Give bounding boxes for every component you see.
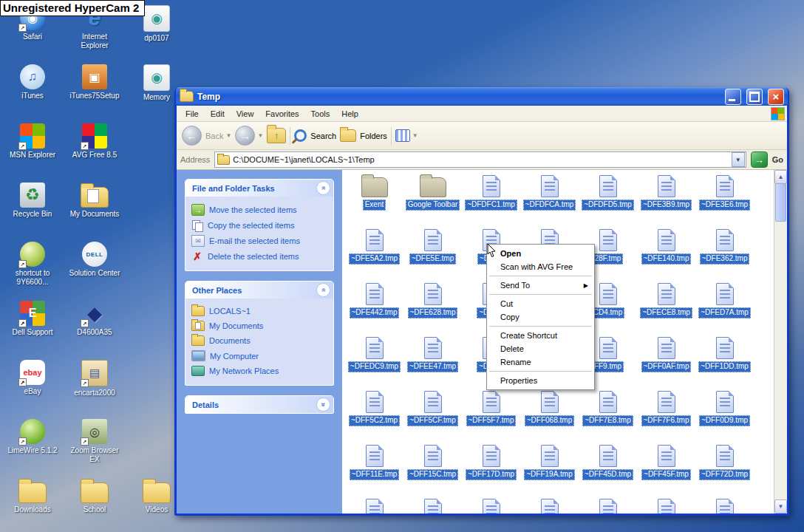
file-item[interactable]: ~DFF19A.tmp	[520, 443, 579, 497]
desktop-icon[interactable]: ◆ D4600A35	[64, 297, 126, 356]
context-menu-item[interactable]: Cut	[487, 297, 594, 310]
file-item[interactable]: ~DFF15C.tmp	[403, 443, 462, 497]
context-menu-item[interactable]: Copy	[487, 310, 594, 324]
address-input[interactable]: C:\DOCUME~1\janet\LOCALS~1\Temp ▼	[214, 151, 746, 168]
menu-item[interactable]: File	[180, 107, 205, 120]
desktop-icon[interactable]: School	[64, 474, 126, 532]
desktop-icon[interactable]: shortcut to 9Y6600...	[1, 238, 64, 297]
file-item[interactable]: ~DFED7A.tmp	[695, 282, 754, 335]
scroll-up-icon[interactable]: ▲	[774, 170, 787, 184]
file-item[interactable]	[403, 497, 462, 514]
file-item[interactable]	[345, 497, 403, 514]
file-item[interactable]: ~DFF0AF.tmp	[637, 335, 695, 389]
file-item[interactable]	[637, 497, 695, 514]
address-path[interactable]: C:\DOCUME~1\janet\LOCALS~1\Temp	[233, 155, 728, 164]
file-item[interactable]	[579, 497, 637, 514]
desktop-icon[interactable]: AVG Free 8.5	[64, 120, 126, 179]
forward-dropdown-icon[interactable]: ▼	[257, 132, 263, 139]
file-item[interactable]: ~DFF5C2.tmp	[345, 389, 403, 443]
vertical-scrollbar[interactable]: ▲ ▼	[774, 170, 787, 514]
place-link[interactable]: My Computer	[191, 348, 329, 364]
collapse-chevron-icon[interactable]	[316, 181, 330, 195]
file-item[interactable]: ~DFF45D.tmp	[579, 443, 637, 497]
place-link[interactable]: LOCALS~1	[191, 304, 329, 318]
context-menu-item[interactable]: Properties	[487, 374, 594, 387]
task-link[interactable]: Delete the selected items	[191, 249, 329, 264]
file-item[interactable]: ~DFE5A2.tmp	[345, 228, 403, 282]
file-item[interactable]	[695, 497, 754, 514]
file-item[interactable]: ~DFF0D9.tmp	[695, 389, 754, 443]
collapse-chevron-icon[interactable]	[316, 283, 330, 297]
task-link[interactable]: Move the selected items	[191, 202, 329, 218]
details-header[interactable]: Details	[185, 396, 333, 413]
context-menu-item[interactable]: Scan with AVG Free	[487, 260, 594, 273]
other-places-header[interactable]: Other Places	[185, 282, 333, 299]
file-item[interactable]: Google Toolbar	[403, 174, 462, 228]
desktop-icon[interactable]: ◎ Zoom Browser EX	[64, 415, 126, 474]
minimize-button[interactable]	[725, 89, 741, 105]
scrollbar-thumb[interactable]	[775, 183, 786, 222]
file-item[interactable]: ~DFEDC9.tmp	[345, 335, 403, 389]
menu-item[interactable]: View	[231, 107, 260, 120]
context-menu-item[interactable]	[489, 294, 592, 295]
file-item[interactable]: ~DFF72D.tmp	[695, 443, 754, 497]
back-button[interactable]: ←	[182, 126, 202, 146]
up-button[interactable]: ↑	[267, 128, 286, 143]
menu-item[interactable]: Tools	[305, 107, 336, 120]
address-dropdown-icon[interactable]: ▼	[732, 152, 745, 167]
file-item[interactable]: ~DFDFC1.tmp	[462, 174, 520, 228]
desktop-icon[interactable]: DELL Solution Center	[64, 238, 126, 297]
desktop-icon[interactable]: ebay eBay	[1, 356, 64, 415]
desktop-icon[interactable]: E Dell Support	[1, 297, 64, 356]
desktop-icon[interactable]: MSN Explorer	[1, 120, 64, 179]
file-item[interactable]: ~DFDFCA.tmp	[520, 174, 579, 228]
context-menu-item[interactable]: Create Shortcut	[487, 329, 594, 342]
file-item[interactable]: ~DFF11E.tmp	[345, 443, 403, 497]
views-icon[interactable]	[395, 129, 410, 142]
desktop-icon[interactable]: ♻ Recycle Bin	[1, 179, 64, 238]
file-item[interactable]: ~DFE3B9.tmp	[637, 174, 695, 228]
desktop-icon[interactable]: LimeWire 5.1.2	[1, 415, 64, 474]
file-item[interactable]: ~DFF5F7.tmp	[462, 389, 520, 443]
context-menu-item[interactable]	[489, 371, 592, 372]
desktop-icon[interactable]: ♫ iTunes	[1, 61, 64, 120]
title-bar[interactable]: Temp ×	[176, 87, 788, 106]
file-item[interactable]: ~DFE362.tmp	[695, 228, 754, 282]
context-menu-item[interactable]: Open	[487, 247, 594, 260]
file-item[interactable]: ~DFE3E6.tmp	[695, 174, 754, 228]
folders-label[interactable]: Folders	[360, 132, 387, 140]
scroll-down-icon[interactable]: ▼	[774, 499, 787, 514]
file-item[interactable]	[462, 497, 520, 514]
file-tasks-header[interactable]: File and Folder Tasks	[185, 180, 333, 197]
context-menu-item[interactable]: Delete	[487, 342, 594, 355]
forward-button[interactable]: →	[235, 126, 255, 146]
file-item[interactable]: ~DFF7E8.tmp	[579, 389, 637, 443]
file-item[interactable]: ~DFEE47.tmp	[403, 335, 462, 389]
back-dropdown-icon[interactable]: ▼	[225, 132, 231, 139]
file-item[interactable]	[520, 497, 579, 514]
menu-item[interactable]: Help	[335, 107, 364, 120]
file-item[interactable]: ~DFF17D.tmp	[462, 443, 520, 497]
go-button[interactable]: →	[751, 151, 768, 168]
search-label[interactable]: Search	[310, 132, 336, 140]
file-item[interactable]: ~DFECE8.tmp	[637, 282, 695, 335]
file-item[interactable]: ~DFF5CF.tmp	[403, 389, 462, 443]
expand-chevron-icon[interactable]	[316, 398, 330, 412]
close-button[interactable]: ×	[768, 89, 784, 105]
file-item[interactable]: ~DFE442.tmp	[345, 282, 403, 335]
desktop-icon[interactable]: Downloads	[1, 474, 64, 532]
views-dropdown-icon[interactable]: ▼	[412, 132, 418, 139]
desktop-icon[interactable]: ▤ encarta2000	[64, 356, 126, 415]
file-item[interactable]: ~DFF068.tmp	[520, 389, 579, 443]
file-item[interactable]: Exent	[345, 174, 403, 228]
context-menu-item[interactable]: Send To ▶	[487, 279, 594, 292]
context-menu-item[interactable]: Rename	[487, 355, 594, 369]
file-item[interactable]: ~DFE5E.tmp	[403, 228, 462, 282]
file-item[interactable]: ~DFE628.tmp	[403, 282, 462, 335]
file-item[interactable]: ~DFF7F6.tmp	[637, 389, 695, 443]
file-item[interactable]: ~DFF1DD.tmp	[695, 335, 754, 389]
file-item[interactable]: ~DFDFD5.tmp	[579, 174, 637, 228]
desktop-icon[interactable]: ▣ iTunes75Setup	[64, 61, 126, 120]
context-menu-item[interactable]	[489, 276, 592, 276]
desktop-icon[interactable]: My Documents	[64, 179, 126, 238]
